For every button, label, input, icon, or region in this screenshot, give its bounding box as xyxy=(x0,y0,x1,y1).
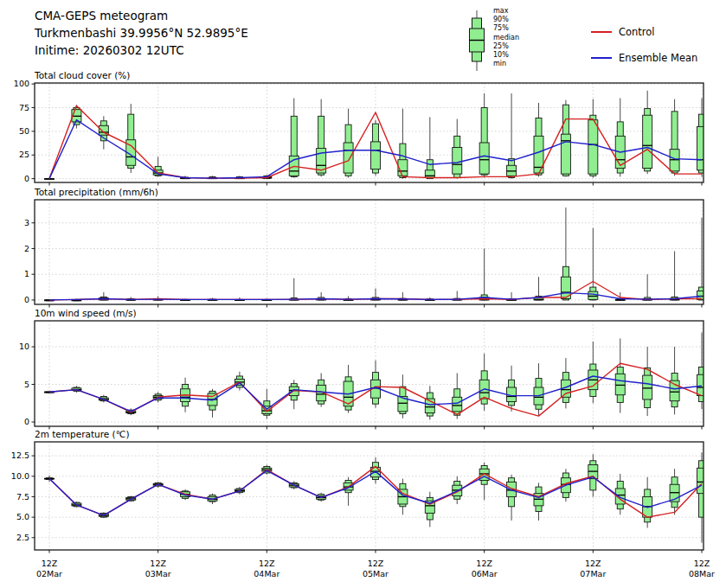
svg-text:0: 0 xyxy=(24,295,29,304)
svg-text:08Mar: 08Mar xyxy=(689,569,715,578)
y-axis: 0510 xyxy=(19,342,35,426)
svg-text:12Z: 12Z xyxy=(150,559,166,568)
panel-title: Total cloud cover (%) xyxy=(34,70,130,80)
svg-text:2.5: 2.5 xyxy=(16,533,29,542)
svg-text:3: 3 xyxy=(24,218,29,227)
svg-text:50: 50 xyxy=(19,126,29,136)
gridlines xyxy=(35,83,704,182)
svg-text:03Mar: 03Mar xyxy=(145,569,171,578)
svg-text:0: 0 xyxy=(24,417,29,426)
svg-text:07Mar: 07Mar xyxy=(580,569,606,578)
panel-3: 2.55.07.510.012.52m temperature (℃) xyxy=(11,429,707,553)
y-axis: 2.55.07.510.012.5 xyxy=(11,451,35,542)
svg-text:12Z: 12Z xyxy=(42,559,58,568)
svg-text:10.0: 10.0 xyxy=(11,471,29,481)
svg-text:02Mar: 02Mar xyxy=(36,569,62,578)
svg-text:5.0: 5.0 xyxy=(16,512,29,521)
svg-text:75: 75 xyxy=(19,103,29,112)
svg-text:12.5: 12.5 xyxy=(11,451,29,460)
svg-text:05Mar: 05Mar xyxy=(363,569,389,578)
svg-text:2: 2 xyxy=(24,244,29,253)
panel-title: Total precipitation (mm/6h) xyxy=(34,187,158,197)
panel-1: 0123Total precipitation (mm/6h) xyxy=(24,187,707,308)
panel-2: 051010m wind speed (m/s) xyxy=(19,308,707,430)
svg-text:06Mar: 06Mar xyxy=(472,569,498,578)
panel-border xyxy=(35,442,704,550)
panel-border xyxy=(35,83,704,182)
y-axis: 0123 xyxy=(24,218,35,304)
panel-title: 10m wind speed (m/s) xyxy=(35,308,137,318)
svg-text:1: 1 xyxy=(24,269,29,278)
svg-text:12Z: 12Z xyxy=(368,559,384,568)
gridlines xyxy=(35,442,704,550)
x-axis-labels: 12Z02Mar12Z03Mar12Z04Mar12Z05Mar12Z06Mar… xyxy=(36,559,715,578)
panel-title: 2m temperature (℃) xyxy=(35,429,130,439)
panel-0: 0255075100Total cloud cover (%) xyxy=(14,70,707,186)
meteogram-root: CMA-GEPS meteogram Turkmenbashi 39.9956°… xyxy=(0,0,726,588)
panel-border xyxy=(35,200,704,304)
svg-text:7.5: 7.5 xyxy=(16,492,29,502)
svg-text:100: 100 xyxy=(14,79,29,88)
svg-text:25: 25 xyxy=(19,150,29,159)
svg-text:12Z: 12Z xyxy=(476,559,492,568)
svg-text:10: 10 xyxy=(19,342,29,351)
svg-text:0: 0 xyxy=(24,174,29,183)
svg-text:12Z: 12Z xyxy=(259,559,275,568)
svg-text:04Mar: 04Mar xyxy=(254,569,279,578)
svg-text:12Z: 12Z xyxy=(585,559,601,568)
y-axis: 0255075100 xyxy=(14,79,35,183)
svg-text:12Z: 12Z xyxy=(694,559,710,568)
gridlines xyxy=(35,200,704,304)
meteogram-panels: 0255075100Total cloud cover (%)0123Total… xyxy=(0,0,726,588)
svg-text:5: 5 xyxy=(24,380,29,389)
